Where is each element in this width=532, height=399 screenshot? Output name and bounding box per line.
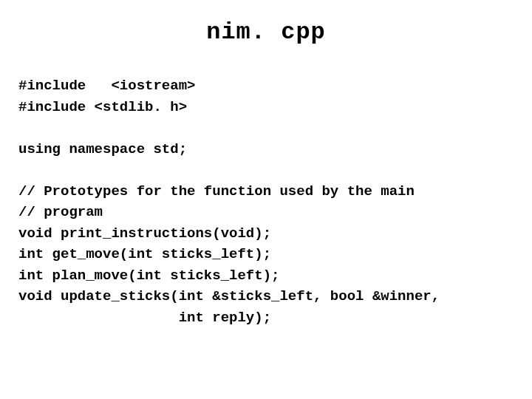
code-line: #include <stdlib. h> [18,99,187,115]
code-line: // program [18,204,103,220]
code-block: #include <iostream> #include <stdlib. h>… [18,75,514,328]
slide-container: nim. cpp #include <iostream> #include <s… [0,0,532,399]
code-line: #include <iostream> [18,78,195,94]
code-line: using namespace std; [18,141,187,157]
code-line: void print_instructions(void); [18,225,271,242]
code-line: // Prototypes for the function used by t… [18,183,415,200]
code-line: int plan_move(int sticks_left); [18,267,279,284]
slide-title: nim. cpp [18,18,514,46]
code-line: int get_move(int sticks_left); [18,246,271,262]
code-line: int reply); [18,310,271,326]
code-line: void update_sticks(int &sticks_left, boo… [18,288,440,304]
